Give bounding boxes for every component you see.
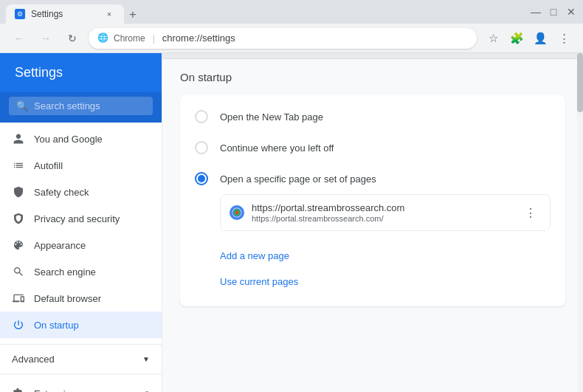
startup-options-card: Open the New Tab page Continue where you… bbox=[180, 95, 565, 306]
sidebar-nav: You and Google Autofill Safety check Pri… bbox=[0, 123, 162, 341]
sidebar-label: Extensions bbox=[34, 388, 81, 393]
chevron-down-icon: ▼ bbox=[142, 355, 150, 363]
back-button[interactable]: ← bbox=[9, 28, 30, 49]
radio-new-tab[interactable] bbox=[195, 110, 208, 123]
scrollbar-thumb[interactable] bbox=[577, 53, 583, 112]
sidebar-divider-2 bbox=[0, 374, 162, 374]
url-item: https://portal.streambrossearch.com http… bbox=[221, 195, 550, 230]
window-controls: — □ ✕ bbox=[530, 6, 577, 18]
address-bar[interactable]: 🌐 Chrome | chrome://settings bbox=[89, 28, 477, 49]
external-link-icon: ↗ bbox=[142, 388, 150, 393]
bookmark-button[interactable]: ☆ bbox=[483, 28, 503, 49]
add-new-page-section: Add a new page bbox=[180, 240, 565, 269]
account-icon: 👤 bbox=[534, 32, 548, 45]
shield-icon bbox=[12, 185, 25, 199]
use-current-pages-button[interactable]: Use current pages bbox=[220, 272, 298, 292]
startup-settings: On startup Open the New Tab page Continu… bbox=[162, 59, 583, 318]
sidebar-item-default-browser[interactable]: Default browser bbox=[0, 285, 162, 312]
close-button[interactable]: ✕ bbox=[565, 6, 577, 18]
sidebar-item-search-engine[interactable]: Search engine bbox=[0, 258, 162, 285]
advanced-label: Advanced bbox=[12, 354, 55, 365]
advanced-section-toggle[interactable]: Advanced ▼ bbox=[0, 348, 162, 371]
url-text: https://portal.streambrossearch.com http… bbox=[252, 202, 513, 223]
extensions-button[interactable]: 🧩 bbox=[506, 28, 527, 49]
palette-icon bbox=[12, 238, 25, 252]
shield-lock-icon bbox=[12, 212, 25, 225]
profile-button[interactable]: 👤 bbox=[530, 28, 551, 49]
sidebar-label: Autofill bbox=[34, 160, 63, 171]
omnibox-bar: ← → ↻ 🌐 Chrome | chrome://settings ☆ 🧩 👤… bbox=[0, 24, 583, 53]
reload-button[interactable]: ↻ bbox=[62, 28, 83, 49]
sidebar-label: Privacy and security bbox=[34, 213, 120, 224]
sidebar-label: Appearance bbox=[34, 240, 86, 251]
option-specific-page[interactable]: Open a specific page or set of pages bbox=[180, 163, 565, 194]
url-sub: https://portal.streambrossearch.com/ bbox=[252, 214, 513, 223]
add-new-page-button[interactable]: Add a new page bbox=[220, 246, 289, 266]
svg-point-3 bbox=[235, 211, 239, 215]
tab-close-button[interactable]: × bbox=[103, 8, 115, 20]
search-input[interactable] bbox=[34, 100, 145, 111]
url-display: chrome://settings bbox=[162, 32, 468, 44]
puzzle-icon: 🧩 bbox=[510, 32, 524, 45]
use-current-pages-section: Use current pages bbox=[180, 269, 565, 300]
title-bar: ⚙ Settings × + — □ ✕ bbox=[0, 0, 583, 24]
sidebar-label: Default browser bbox=[34, 293, 101, 304]
option-continue[interactable]: Continue where you left off bbox=[180, 132, 565, 163]
sidebar-item-privacy-security[interactable]: Privacy and security bbox=[0, 205, 162, 232]
settings-tab[interactable]: ⚙ Settings × bbox=[6, 4, 124, 24]
url-main: https://portal.streambrossearch.com bbox=[252, 202, 513, 213]
minimize-button[interactable]: — bbox=[530, 6, 542, 18]
sidebar-item-autofill[interactable]: Autofill bbox=[0, 152, 162, 179]
scrollbar-track[interactable] bbox=[577, 53, 583, 392]
option-new-tab[interactable]: Open the New Tab page bbox=[180, 101, 565, 132]
main-layout: Settings 🔍 You and Google Autofill bbox=[0, 53, 583, 392]
url-more-button[interactable]: ⋮ bbox=[520, 202, 541, 223]
sidebar-item-appearance[interactable]: Appearance bbox=[0, 232, 162, 258]
url-favicon bbox=[230, 205, 244, 220]
sidebar-item-on-startup[interactable]: On startup bbox=[0, 312, 162, 338]
radio-specific-page[interactable] bbox=[195, 172, 208, 185]
forward-button[interactable]: → bbox=[35, 28, 56, 49]
toolbar-icons: ☆ 🧩 👤 ⋮ bbox=[483, 28, 574, 49]
sidebar-item-you-and-google[interactable]: You and Google bbox=[0, 125, 162, 152]
menu-button[interactable]: ⋮ bbox=[553, 28, 574, 49]
sidebar-item-safety-check[interactable]: Safety check bbox=[0, 179, 162, 205]
option-new-tab-label: Open the New Tab page bbox=[220, 111, 323, 123]
tab-bar: ⚙ Settings × + bbox=[6, 0, 524, 24]
new-tab-button[interactable]: + bbox=[124, 6, 142, 24]
browser-icon bbox=[12, 292, 25, 305]
sidebar-label: Safety check bbox=[34, 187, 89, 198]
chrome-label: Chrome bbox=[114, 33, 145, 44]
tab-favicon: ⚙ bbox=[15, 9, 25, 19]
settings-title: Settings bbox=[15, 65, 63, 80]
sidebar-bottom-items: Extensions ↗ i About Chrome bbox=[0, 377, 162, 392]
tab-title: Settings bbox=[31, 9, 97, 19]
search-icon: 🔍 bbox=[16, 100, 28, 111]
radio-continue[interactable] bbox=[195, 141, 208, 154]
option-continue-label: Continue where you left off bbox=[220, 142, 334, 154]
option-specific-page-label: Open a specific page or set of pages bbox=[220, 173, 376, 185]
search-icon bbox=[12, 265, 25, 278]
settings-content-area: On startup Open the New Tab page Continu… bbox=[162, 53, 583, 392]
sidebar-label: On startup bbox=[34, 320, 79, 331]
section-title: On startup bbox=[180, 71, 565, 83]
startup-url-list: https://portal.streambrossearch.com http… bbox=[220, 194, 551, 231]
person-icon bbox=[12, 132, 25, 145]
puzzle-icon bbox=[12, 387, 25, 392]
autofill-icon bbox=[12, 159, 25, 172]
sidebar-divider bbox=[0, 344, 162, 345]
site-security-icon: 🌐 bbox=[97, 32, 109, 44]
sidebar-item-extensions[interactable]: Extensions ↗ bbox=[0, 380, 162, 392]
sidebar: Settings 🔍 You and Google Autofill bbox=[0, 53, 162, 392]
sidebar-header: Settings bbox=[0, 53, 162, 92]
power-icon bbox=[12, 318, 25, 331]
maximize-button[interactable]: □ bbox=[548, 6, 559, 18]
more-menu-icon: ⋮ bbox=[559, 32, 570, 45]
sidebar-label: You and Google bbox=[34, 134, 103, 145]
sidebar-label: Search engine bbox=[34, 267, 96, 278]
